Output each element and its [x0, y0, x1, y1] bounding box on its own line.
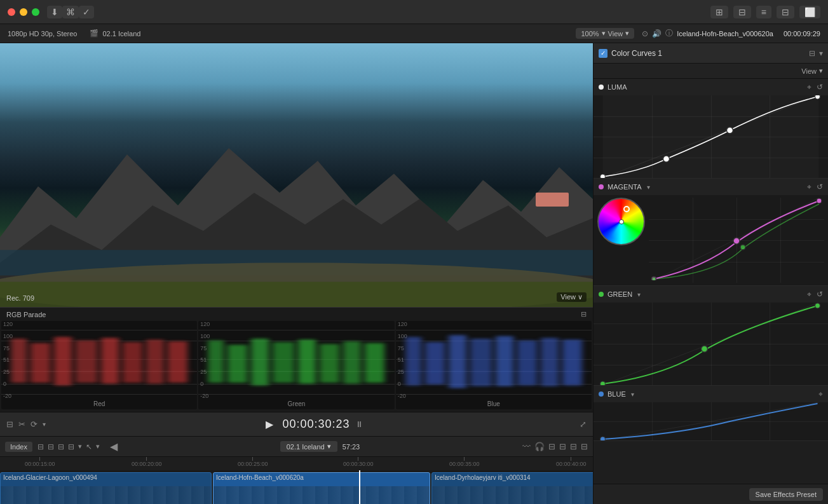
minimize-button[interactable]	[20, 8, 27, 16]
layout-icon-1[interactable]: ⊞	[710, 6, 728, 18]
wheel-cursor[interactable]	[623, 206, 630, 212]
tl-icon-6[interactable]: ↖	[86, 442, 92, 451]
svg-rect-21	[343, 341, 361, 384]
color-wheel-wrapper	[597, 198, 645, 245]
magenta-section: MAGENTA ▾ ⌖ ↺	[594, 179, 828, 286]
blue-eyedropper-icon[interactable]: ⌖	[818, 390, 823, 398]
tl-icon-2[interactable]: ⊟	[48, 442, 54, 451]
luma-reset-icon[interactable]: ↺	[817, 83, 823, 92]
panel-title: Color Curves 1	[611, 49, 805, 58]
main-area: Rec. 709 View ∨ RGB Parade ⊟ 12010075512…	[0, 43, 828, 504]
clip-dyrholaey-1[interactable]: Iceland-Dyrholaeyjarv iti_v000314	[431, 472, 593, 504]
luma-section: LUMA ⌖ ↺	[594, 79, 828, 179]
view-toggle-button[interactable]: View ∨	[557, 292, 587, 302]
magenta-reset-icon[interactable]: ↺	[817, 182, 823, 191]
green-label: GREEN	[607, 290, 632, 298]
index-button[interactable]: Index	[5, 442, 32, 452]
play-button[interactable]: ▶	[262, 417, 277, 432]
blue-chevron[interactable]: ▾	[631, 391, 634, 398]
ruler-mark-2: 00:00:20:00	[132, 457, 162, 467]
tl-icon-4[interactable]: ⊟	[68, 442, 74, 451]
effect-enable-checkbox[interactable]: ✓	[599, 49, 607, 58]
luma-curve-canvas[interactable]	[594, 95, 828, 178]
scope-options-icon[interactable]: ⊟	[581, 310, 587, 318]
tl-right-icon-3[interactable]: ⊟	[548, 442, 555, 451]
mountain-svg	[0, 123, 593, 308]
curves-container[interactable]: LUMA ⌖ ↺	[594, 79, 828, 484]
svg-point-43	[652, 277, 656, 280]
clip-label-1: Iceland-Glacier-Lagoon_v000494	[1, 473, 100, 482]
magenta-curve-area[interactable]	[649, 198, 824, 283]
luma-eyedropper-icon[interactable]: ⌖	[807, 83, 811, 92]
blue-curve-canvas[interactable]	[594, 402, 828, 440]
layout-icon-2[interactable]: ⊟	[733, 6, 751, 18]
scope-label-blue: Blue	[487, 400, 500, 407]
view-bar[interactable]: View ▾	[594, 64, 828, 79]
tl-icon-7[interactable]: ▾	[96, 442, 100, 451]
clip-info: 🎬 02.1 Iceland	[90, 29, 140, 37]
tl-right-icon-6[interactable]: ⊟	[581, 442, 588, 451]
pause-button[interactable]: ⏸	[355, 419, 363, 429]
audio-icon: 🔊	[652, 29, 662, 38]
svg-point-47	[702, 346, 708, 352]
magenta-eyedropper-icon[interactable]: ⌖	[807, 182, 811, 191]
headphones-icon[interactable]: 🎧	[534, 442, 545, 451]
magenta-label: MAGENTA	[607, 183, 642, 191]
svg-point-42	[817, 198, 822, 203]
scope-header: RGB Parade ⊟	[0, 308, 593, 321]
audio-wave-icon[interactable]: 〰	[522, 442, 531, 451]
view-label: View	[801, 67, 817, 75]
clip-glacier-lagoon[interactable]: Iceland-Glacier-Lagoon_v000494	[0, 472, 212, 504]
green-curve-canvas[interactable]	[594, 303, 828, 385]
layout-icon-5[interactable]: ⬜	[799, 6, 820, 18]
view-button[interactable]: 100% ▾ View ▾	[576, 28, 634, 39]
tl-icon-3[interactable]: ⊟	[58, 442, 64, 451]
playhead	[359, 470, 360, 504]
bottom-bar: Save Effects Preset	[594, 484, 828, 504]
svg-point-50	[601, 437, 606, 440]
download-icon[interactable]: ⬇	[47, 6, 62, 18]
timeline-tracks[interactable]: Iceland-Glacier-Lagoon_v000494 Iceland-H…	[0, 470, 593, 504]
green-chevron[interactable]: ▾	[637, 291, 641, 298]
svg-rect-29	[517, 341, 537, 386]
clip-name-button[interactable]: 02.1 Iceland ▾	[280, 441, 337, 452]
prev-clip-button[interactable]: ◀	[110, 440, 118, 453]
scope-label-green: Green	[288, 400, 306, 407]
svg-rect-19	[299, 339, 316, 384]
close-button[interactable]	[8, 8, 15, 16]
tool-icon[interactable]: ✂	[18, 419, 25, 429]
layout-icon-3[interactable]: ≡	[756, 6, 771, 18]
green-eyedropper-icon[interactable]: ⌖	[807, 290, 811, 299]
check-icon[interactable]: ✓	[79, 6, 94, 18]
clip-icon: 🎬	[90, 29, 98, 37]
view-toggle-icon[interactable]: ⊟	[6, 419, 13, 429]
maximize-button[interactable]	[32, 8, 39, 16]
speed-icon[interactable]: ⟳	[31, 419, 37, 429]
tl-icon-5[interactable]: ▾	[78, 442, 82, 451]
timeline-icons: ⊟ ⊟ ⊟ ⊟ ▾ ↖ ▾	[37, 442, 100, 451]
svg-rect-8	[54, 337, 72, 385]
panel-icon-1[interactable]: ⊟	[809, 49, 815, 58]
fullscreen-button[interactable]: ⤢	[580, 419, 587, 429]
tl-icon-1[interactable]: ⊟	[37, 442, 44, 451]
svg-rect-15	[208, 341, 224, 383]
green-reset-icon[interactable]: ↺	[817, 290, 823, 299]
save-effects-preset-button[interactable]: Save Effects Preset	[749, 488, 823, 501]
traffic-lights	[8, 8, 39, 16]
tl-right-icon-4[interactable]: ⊟	[559, 442, 566, 451]
color-wheel[interactable]	[597, 198, 645, 245]
layout-icon-4[interactable]: ⊟	[777, 6, 794, 18]
scope-channel-blue: 1201007551250-20	[396, 321, 592, 409]
video-frame	[0, 43, 593, 307]
clip-hofn-beach[interactable]: Iceland-Hofn-Beach_v000620a	[213, 472, 430, 504]
magenta-chevron[interactable]: ▾	[647, 184, 650, 191]
panel-chevron[interactable]: ▾	[819, 49, 823, 58]
svg-rect-31	[562, 339, 582, 385]
scope-label-red: Red	[93, 400, 105, 407]
key-icon[interactable]: ⌘	[62, 6, 79, 18]
panel-icons: ⊟ ▾	[809, 49, 823, 58]
clip-thumbnail-3	[432, 486, 593, 504]
tl-right-icon-5[interactable]: ⊟	[570, 442, 577, 451]
svg-point-48	[815, 303, 820, 308]
svg-rect-9	[76, 341, 97, 383]
